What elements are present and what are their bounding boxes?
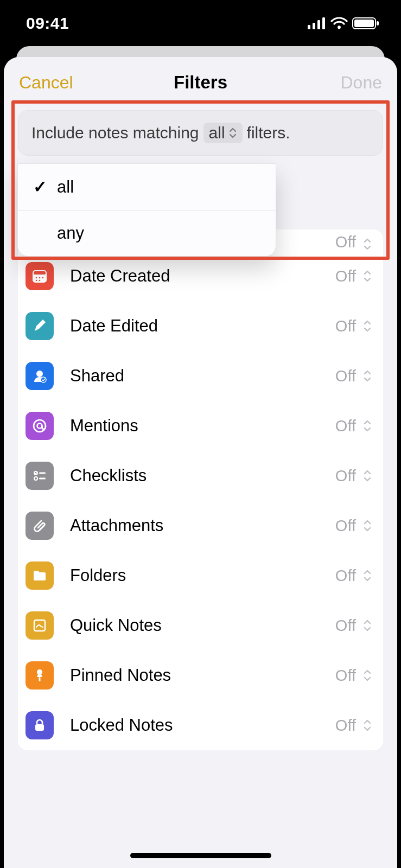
chevron-up-down-icon xyxy=(362,269,372,283)
svg-rect-26 xyxy=(35,724,44,731)
status-time: 09:41 xyxy=(26,14,69,33)
svg-rect-23 xyxy=(39,478,46,480)
filter-value: Off xyxy=(335,267,356,285)
filter-list: Tags Off Date Created Off xyxy=(18,229,383,750)
match-mode-selector[interactable]: all xyxy=(203,123,243,143)
filter-label: Locked Notes xyxy=(70,716,335,735)
svg-point-17 xyxy=(41,377,46,382)
filter-value: Off xyxy=(335,667,356,685)
filter-row-mentions[interactable]: Mentions Off xyxy=(18,401,383,451)
filter-row-shared[interactable]: Shared Off xyxy=(18,351,383,401)
svg-point-14 xyxy=(36,280,37,282)
status-indicators xyxy=(308,17,379,30)
filter-row-locked-notes[interactable]: Locked Notes Off xyxy=(18,700,383,750)
filter-value: Off xyxy=(335,567,356,585)
svg-point-18 xyxy=(34,420,46,432)
wifi-icon xyxy=(330,17,348,30)
filter-value: Off xyxy=(335,517,356,535)
done-button[interactable]: Done xyxy=(317,73,382,93)
filter-label: Folders xyxy=(70,566,335,585)
chevron-up-down-icon xyxy=(362,668,372,682)
filter-row-date-edited[interactable]: Date Edited Off xyxy=(18,301,383,351)
chevron-up-down-icon xyxy=(362,469,372,483)
filter-label: Checklists xyxy=(70,466,335,486)
filter-value: Off xyxy=(335,417,356,435)
paperclip-icon xyxy=(26,512,54,540)
filter-label: Date Created xyxy=(70,266,335,286)
filter-value: Off xyxy=(335,617,356,635)
battery-icon xyxy=(352,17,379,30)
filter-row-quick-notes[interactable]: Quick Notes Off xyxy=(18,601,383,650)
svg-rect-6 xyxy=(354,20,374,27)
filter-label: Date Edited xyxy=(70,316,335,336)
svg-rect-1 xyxy=(313,23,315,29)
pencil-icon xyxy=(26,312,54,340)
match-mode-row: Include notes matching all filters. xyxy=(18,110,383,156)
chevron-up-down-icon xyxy=(362,569,372,583)
filter-label: Quick Notes xyxy=(70,616,335,635)
svg-point-19 xyxy=(37,424,42,429)
chevron-up-down-icon xyxy=(228,127,237,139)
cellular-icon xyxy=(308,17,326,29)
filter-row-pinned-notes[interactable]: Pinned Notes Off xyxy=(18,650,383,700)
shared-icon xyxy=(26,362,54,390)
svg-rect-0 xyxy=(308,25,310,29)
svg-point-11 xyxy=(36,277,37,279)
calendar-icon xyxy=(26,262,54,290)
dropdown-option-all[interactable]: ✓ all xyxy=(18,164,276,210)
filter-row-checklists[interactable]: Checklists Off xyxy=(18,451,383,501)
filter-value: Off xyxy=(335,367,356,385)
svg-rect-7 xyxy=(377,21,379,25)
svg-point-4 xyxy=(338,25,341,29)
match-prefix-label: Include notes matching xyxy=(31,124,199,142)
lock-icon xyxy=(26,711,54,739)
checklist-icon xyxy=(26,462,54,490)
chevron-up-down-icon xyxy=(362,237,372,251)
at-sign-icon xyxy=(26,412,54,440)
svg-point-22 xyxy=(34,477,37,480)
svg-point-15 xyxy=(39,280,41,282)
filter-value: Off xyxy=(335,317,356,335)
filter-label: Pinned Notes xyxy=(70,666,335,685)
chevron-up-down-icon xyxy=(362,618,372,633)
cancel-button[interactable]: Cancel xyxy=(19,73,84,93)
svg-point-12 xyxy=(39,277,41,279)
sheet-title: Filters xyxy=(84,72,317,93)
filter-label: Shared xyxy=(70,366,335,386)
svg-rect-25 xyxy=(39,677,41,681)
chevron-up-down-icon xyxy=(362,369,372,383)
pin-icon xyxy=(26,661,54,690)
dropdown-option-label: any xyxy=(57,224,84,243)
filter-value: Off xyxy=(335,467,356,485)
match-suffix-label: filters. xyxy=(247,124,290,142)
svg-point-16 xyxy=(36,371,43,377)
svg-point-13 xyxy=(42,277,44,279)
svg-rect-3 xyxy=(322,17,325,29)
chevron-up-down-icon xyxy=(362,718,372,732)
dropdown-option-any[interactable]: any xyxy=(18,210,276,256)
filter-value: Off xyxy=(335,717,356,735)
match-mode-value: all xyxy=(209,124,225,142)
filter-row-folders[interactable]: Folders Off xyxy=(18,551,383,601)
checkmark-icon: ✓ xyxy=(33,177,46,197)
dropdown-option-label: all xyxy=(57,177,74,197)
chevron-up-down-icon xyxy=(362,419,372,433)
folder-icon xyxy=(26,561,54,590)
svg-rect-21 xyxy=(39,473,46,474)
filter-row-attachments[interactable]: Attachments Off xyxy=(18,501,383,551)
home-indicator[interactable] xyxy=(130,853,271,858)
quick-note-icon xyxy=(26,611,54,640)
chevron-up-down-icon xyxy=(362,519,372,533)
sheet-header: Cancel Filters Done xyxy=(4,57,397,100)
match-mode-dropdown: ✓ all any xyxy=(17,163,276,257)
svg-rect-2 xyxy=(317,20,320,29)
filter-label: Mentions xyxy=(70,416,335,436)
filters-sheet: Cancel Filters Done Include notes matchi… xyxy=(4,57,397,868)
filter-row-date-created[interactable]: Date Created Off xyxy=(18,251,383,301)
status-bar: 09:41 xyxy=(0,0,401,46)
chevron-up-down-icon xyxy=(362,319,372,333)
filter-label: Attachments xyxy=(70,516,335,535)
svg-rect-9 xyxy=(33,271,46,275)
filter-value: Off xyxy=(335,233,356,251)
